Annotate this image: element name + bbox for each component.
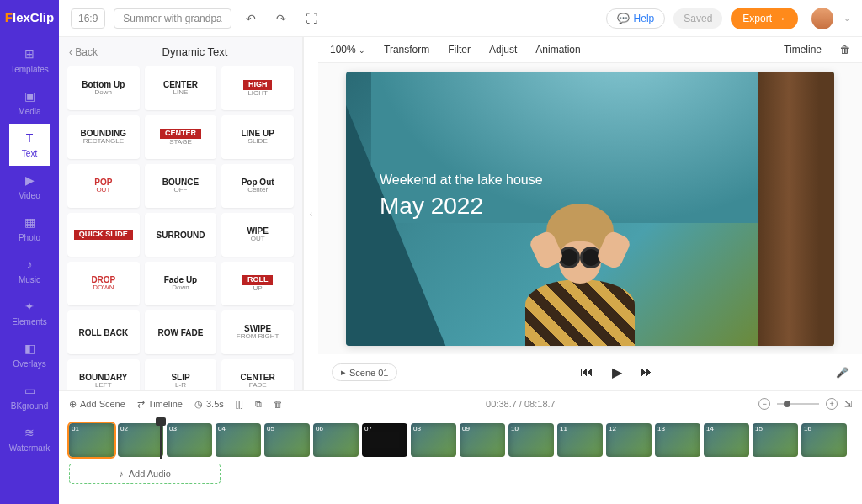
sidebar-item-media[interactable]: ▣Media (9, 82, 51, 124)
zoom-in-icon[interactable]: + (826, 398, 838, 410)
timeline-clip[interactable]: 13 (655, 423, 700, 457)
add-scene-button[interactable]: ⊕Add Scene (69, 399, 125, 410)
split-icon[interactable]: [|] (236, 399, 243, 409)
sidebar-item-templates[interactable]: ⊞Templates (9, 40, 51, 82)
sidebar-item-bkground[interactable]: ▭BKground (9, 376, 51, 418)
sidebar-item-overlays[interactable]: ◧Overlays (9, 334, 51, 376)
sidebar-item-text[interactable]: TText (9, 124, 51, 166)
sidebar-item-label: Elements (12, 317, 47, 326)
timeline-link[interactable]: Timeline (784, 44, 822, 56)
timeline-clip[interactable]: 08 (411, 423, 456, 457)
tab-filter[interactable]: Filter (448, 44, 471, 56)
stage-toolbar: 100% ⌄ Transform Filter Adjust Animation… (318, 37, 862, 63)
text-style-card[interactable]: BOUNDARYLEFT (67, 359, 140, 390)
text-style-card[interactable]: QUICK SLIDE (67, 213, 140, 257)
sidebar-item-label: Text (22, 149, 37, 158)
text-style-card[interactable]: DROPDOWN (67, 262, 140, 305)
arrow-right-icon: → (776, 13, 786, 24)
timeline-clip[interactable]: 05 (264, 423, 310, 457)
text-style-card[interactable]: BOUNDINGRECTANGLE (67, 115, 140, 159)
add-audio-button[interactable]: ♪Add Audio (69, 464, 221, 484)
preview-canvas[interactable]: Weekend at the lake house May 2022 (346, 72, 834, 346)
text-style-card[interactable]: BOUNCEOFF (145, 164, 217, 208)
sidebar-item-music[interactable]: ♪Music (9, 250, 51, 292)
timeline-clip[interactable]: 09 (460, 423, 505, 457)
playhead[interactable] (160, 422, 162, 459)
text-style-card[interactable]: LINE UPSLIDE (221, 115, 294, 159)
zoom-slider[interactable] (777, 403, 819, 405)
text-style-card[interactable]: Bottom UpDown (67, 66, 140, 110)
text-style-card[interactable]: ROLLUP (221, 262, 294, 305)
sidebar-item-photo[interactable]: ▦Photo (9, 208, 51, 250)
topbar: 16:9 Summer with grandpa ↶ ↷ ⛶ 💬Help Sav… (59, 0, 862, 37)
zoom-out-icon[interactable]: − (758, 398, 770, 410)
chevron-down-icon[interactable]: ⌄ (843, 13, 850, 23)
aspect-ratio-select[interactable]: 16:9 (71, 8, 105, 29)
timeline-mode-button[interactable]: ⇄Timeline (137, 399, 183, 410)
text-style-card[interactable]: SURROUND (145, 213, 217, 257)
text-style-card[interactable]: HIGHLIGHT (221, 66, 294, 110)
text-style-card[interactable]: ROLL BACK (67, 310, 140, 354)
text-style-card[interactable]: CENTERLINE (145, 66, 217, 110)
trash-icon[interactable]: 🗑 (274, 399, 283, 409)
sidebar-item-label: Templates (10, 65, 49, 74)
watermark-icon: ≋ (23, 426, 36, 439)
sidebar-item-watermark[interactable]: ≋Watermark (9, 418, 51, 460)
fit-icon[interactable]: ⇲ (844, 399, 852, 410)
text-style-card[interactable]: CENTERSTAGE (145, 115, 217, 159)
timeline-clip[interactable]: 01 (69, 423, 114, 457)
play-icon[interactable]: ▶ (609, 364, 625, 380)
delete-icon[interactable]: 🗑 (840, 44, 850, 56)
prev-icon[interactable]: ⏮ (578, 364, 595, 380)
avatar[interactable] (811, 8, 833, 29)
panel-title: Dynamic Text (98, 45, 292, 58)
timeline-clip[interactable]: 02 (118, 423, 163, 457)
next-icon[interactable]: ⏭ (639, 364, 656, 380)
timeline-icon: ⇄ (137, 399, 145, 410)
undo-icon[interactable]: ↶ (240, 8, 262, 29)
text-style-card[interactable]: Pop OutCenter (221, 164, 294, 208)
scene-select[interactable]: ▸Scene 01 (332, 363, 397, 381)
overlay-text[interactable]: Weekend at the lake house May 2022 (380, 172, 543, 220)
tab-animation[interactable]: Animation (535, 44, 580, 56)
sidebar-item-video[interactable]: ▶Video (9, 166, 51, 208)
elements-icon: ✦ (23, 300, 36, 313)
timeline-clip[interactable]: 16 (801, 423, 847, 457)
tab-transform[interactable]: Transform (384, 44, 429, 56)
panel-collapse-handle[interactable]: ‹ (303, 37, 318, 390)
play-icon: ▸ (341, 367, 346, 378)
timeline: ⊕Add Scene ⇄Timeline ◷3.5s [|] ⧉ 🗑 00:38… (59, 390, 862, 504)
help-button[interactable]: 💬Help (606, 8, 666, 29)
project-name-input[interactable]: Summer with grandpa (114, 8, 231, 29)
timeline-clip[interactable]: 03 (167, 423, 212, 457)
mic-icon[interactable]: 🎤 (836, 367, 849, 379)
sidebar-item-label: Music (19, 275, 40, 284)
tab-adjust[interactable]: Adjust (489, 44, 517, 56)
duration-button[interactable]: ◷3.5s (194, 399, 224, 410)
text-style-card[interactable]: SWIPEFROM RIGHT (221, 310, 294, 354)
fullscreen-icon[interactable]: ⛶ (301, 8, 322, 29)
timeline-clip[interactable]: 06 (313, 423, 359, 457)
text-style-card[interactable]: WIPEOUT (221, 213, 294, 257)
text-style-card[interactable]: ROW FADE (145, 310, 217, 354)
timeline-clip[interactable]: 11 (557, 423, 603, 457)
text-style-card[interactable]: SLIPL-R (145, 359, 217, 390)
zoom-select[interactable]: 100% ⌄ (330, 44, 365, 56)
timeline-clip[interactable]: 10 (508, 423, 554, 457)
sidebar-item-elements[interactable]: ✦Elements (9, 292, 51, 334)
text-style-card[interactable]: POPOUT (67, 164, 140, 208)
timeline-clip[interactable]: 14 (704, 423, 749, 457)
save-status: Saved (673, 8, 722, 29)
redo-icon[interactable]: ↷ (270, 8, 292, 29)
timeline-clip[interactable]: 15 (753, 423, 798, 457)
text-style-card[interactable]: CENTERFADE (221, 359, 294, 390)
timeline-clip[interactable]: 04 (216, 423, 261, 457)
timeline-clip[interactable]: 07 (362, 423, 407, 457)
text-style-card[interactable]: Fade UpDown (145, 262, 217, 305)
export-button[interactable]: Export→ (731, 8, 798, 29)
plus-icon: ⊕ (69, 399, 77, 410)
back-button[interactable]: ‹ Back (69, 46, 98, 58)
copy-icon[interactable]: ⧉ (255, 399, 262, 410)
media-icon: ▣ (23, 89, 36, 103)
timeline-clip[interactable]: 12 (606, 423, 652, 457)
